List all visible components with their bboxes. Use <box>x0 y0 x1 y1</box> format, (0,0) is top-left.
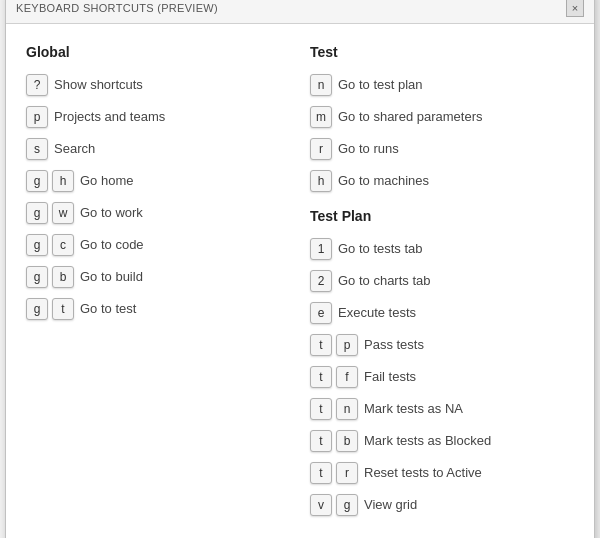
key-t: t <box>310 462 332 484</box>
key-pair: g b <box>26 266 74 288</box>
key-pair: p <box>26 106 48 128</box>
list-item: p Projects and teams <box>26 106 290 128</box>
key-c: c <box>52 234 74 256</box>
list-item: s Search <box>26 138 290 160</box>
key-m: m <box>310 106 332 128</box>
key-g: g <box>26 170 48 192</box>
list-item: v g View grid <box>310 494 574 516</box>
shortcut-label: Projects and teams <box>54 109 165 124</box>
list-item: r Go to runs <box>310 138 574 160</box>
key-pair: ? <box>26 74 48 96</box>
shortcut-label: Fail tests <box>364 369 416 384</box>
key-pair: h <box>310 170 332 192</box>
key-pair: t p <box>310 334 358 356</box>
key-pair: t b <box>310 430 358 452</box>
key-pair: t r <box>310 462 358 484</box>
key-pair: t f <box>310 366 358 388</box>
key-g: g <box>26 202 48 224</box>
key-g: g <box>26 298 48 320</box>
shortcut-label: Go to machines <box>338 173 429 188</box>
test-section-title: Test <box>310 44 574 60</box>
shortcut-label: Execute tests <box>338 305 416 320</box>
list-item: ? Show shortcuts <box>26 74 290 96</box>
key-w: w <box>52 202 74 224</box>
list-item: t f Fail tests <box>310 366 574 388</box>
key-pair: r <box>310 138 332 160</box>
key-t: t <box>310 398 332 420</box>
list-item: h Go to machines <box>310 170 574 192</box>
shortcut-label: Mark tests as NA <box>364 401 463 416</box>
dialog-body: Global ? Show shortcuts p Projects and t… <box>6 24 594 539</box>
list-item: t b Mark tests as Blocked <box>310 430 574 452</box>
dialog-titlebar: KEYBOARD SHORTCUTS (PREVIEW) × <box>6 0 594 24</box>
key-pair: s <box>26 138 48 160</box>
shortcut-label: Go home <box>80 173 133 188</box>
key-pair: n <box>310 74 332 96</box>
list-item: 1 Go to tests tab <box>310 238 574 260</box>
key-e: e <box>310 302 332 324</box>
shortcut-label: Go to test plan <box>338 77 423 92</box>
key-v: v <box>310 494 332 516</box>
shortcut-label: Go to build <box>80 269 143 284</box>
shortcut-label: Mark tests as Blocked <box>364 433 491 448</box>
key-r: r <box>336 462 358 484</box>
key-1: 1 <box>310 238 332 260</box>
key-s: s <box>26 138 48 160</box>
shortcut-label: Show shortcuts <box>54 77 143 92</box>
key-pair: 2 <box>310 270 332 292</box>
key-g: g <box>26 234 48 256</box>
key-t: t <box>52 298 74 320</box>
key-b: b <box>52 266 74 288</box>
key-h: h <box>310 170 332 192</box>
list-item: e Execute tests <box>310 302 574 324</box>
shortcut-label: Search <box>54 141 95 156</box>
key-pair: g w <box>26 202 74 224</box>
shortcut-label: View grid <box>364 497 417 512</box>
key-g: g <box>26 266 48 288</box>
key-pair: 1 <box>310 238 332 260</box>
key-b: b <box>336 430 358 452</box>
list-item: g t Go to test <box>26 298 290 320</box>
shortcut-label: Reset tests to Active <box>364 465 482 480</box>
key-pair: g t <box>26 298 74 320</box>
key-t: t <box>310 430 332 452</box>
test-column: Test n Go to test plan m Go to shared pa… <box>310 44 574 526</box>
key-2: 2 <box>310 270 332 292</box>
list-item: t n Mark tests as NA <box>310 398 574 420</box>
key-t: t <box>310 334 332 356</box>
list-item: g c Go to code <box>26 234 290 256</box>
key-f: f <box>336 366 358 388</box>
shortcut-label: Go to tests tab <box>338 241 423 256</box>
shortcut-label: Go to code <box>80 237 144 252</box>
key-pair: t n <box>310 398 358 420</box>
shortcut-label: Go to work <box>80 205 143 220</box>
shortcut-label: Go to charts tab <box>338 273 431 288</box>
keyboard-shortcuts-dialog: KEYBOARD SHORTCUTS (PREVIEW) × Global ? … <box>5 0 595 538</box>
key-pair: g c <box>26 234 74 256</box>
global-section-title: Global <box>26 44 290 60</box>
shortcut-label: Go to test <box>80 301 136 316</box>
key-pair: v g <box>310 494 358 516</box>
key-p: p <box>336 334 358 356</box>
shortcut-label: Go to runs <box>338 141 399 156</box>
key-n: n <box>336 398 358 420</box>
key-r: r <box>310 138 332 160</box>
shortcut-label: Go to shared parameters <box>338 109 483 124</box>
shortcut-label: Pass tests <box>364 337 424 352</box>
key-pair: g h <box>26 170 74 192</box>
key-pair: e <box>310 302 332 324</box>
key-q: ? <box>26 74 48 96</box>
key-pair: m <box>310 106 332 128</box>
list-item: m Go to shared parameters <box>310 106 574 128</box>
test-plan-section-title: Test Plan <box>310 208 574 224</box>
key-n: n <box>310 74 332 96</box>
list-item: g h Go home <box>26 170 290 192</box>
list-item: t r Reset tests to Active <box>310 462 574 484</box>
key-p: p <box>26 106 48 128</box>
close-button[interactable]: × <box>566 0 584 17</box>
list-item: g w Go to work <box>26 202 290 224</box>
list-item: n Go to test plan <box>310 74 574 96</box>
global-column: Global ? Show shortcuts p Projects and t… <box>26 44 290 526</box>
list-item: g b Go to build <box>26 266 290 288</box>
list-item: 2 Go to charts tab <box>310 270 574 292</box>
